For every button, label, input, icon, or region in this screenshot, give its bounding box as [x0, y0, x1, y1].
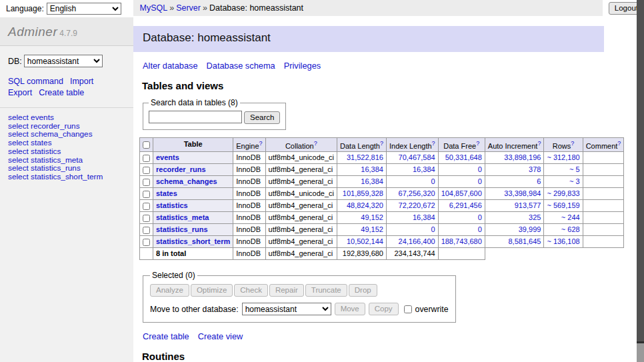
select-all-checkbox[interactable]	[143, 141, 150, 149]
row-checkbox[interactable]	[143, 167, 150, 174]
index-length-link[interactable]: 16,384	[413, 165, 435, 173]
truncate-button[interactable]: Truncate	[305, 284, 347, 297]
index-length-cell: 70,467,584	[386, 152, 438, 164]
row-checkbox[interactable]	[143, 215, 150, 222]
rows-link[interactable]: ~ 312,180	[547, 153, 579, 161]
auto-increment-cell: 325	[485, 212, 544, 224]
repair-button[interactable]: Repair	[269, 284, 304, 297]
export-link[interactable]: Export	[8, 88, 32, 97]
data-free-link[interactable]: 0	[478, 213, 482, 221]
auto-increment-link[interactable]: 33,398,984	[504, 189, 541, 197]
data-free-link[interactable]: 104,857,600	[441, 189, 482, 197]
row-checkbox[interactable]	[143, 227, 150, 234]
data-free-link[interactable]: 0	[478, 177, 482, 185]
auto-increment-link[interactable]: 378	[529, 165, 541, 173]
help-link[interactable]: ?	[571, 140, 574, 147]
table-name-link[interactable]: states	[156, 189, 177, 197]
data-length-link[interactable]: 10,502,144	[347, 237, 383, 245]
row-checkbox[interactable]	[143, 239, 150, 246]
create-table-link-main[interactable]: Create table	[143, 331, 189, 341]
privileges-link[interactable]: Privileges	[284, 61, 321, 71]
data-free-link[interactable]: 6,291,456	[449, 201, 482, 209]
data-length-link[interactable]: 49,152	[361, 225, 383, 233]
search-button[interactable]: Search	[244, 111, 280, 124]
table-name-link[interactable]: statistics_meta	[156, 213, 209, 221]
sidebar-item-statistics-short-term[interactable]: select statistics_short_term	[8, 173, 125, 181]
sidebar-item-statistics[interactable]: select statistics	[8, 147, 125, 156]
rows-link[interactable]: ~ 5	[569, 165, 580, 173]
help-link[interactable]: ?	[476, 140, 479, 147]
table-name-link[interactable]: statistics_short_term	[156, 237, 230, 245]
index-length-link[interactable]: 0	[431, 225, 435, 233]
index-length-link[interactable]: 0	[431, 177, 435, 185]
help-link[interactable]: ?	[259, 140, 263, 147]
copy-button[interactable]: Copy	[369, 303, 399, 315]
data-length-link[interactable]: 16,384	[361, 165, 383, 173]
analyze-button[interactable]: Analyze	[150, 284, 189, 297]
auto-increment-link[interactable]: 325	[529, 213, 541, 221]
help-link[interactable]: ?	[617, 140, 621, 147]
table-name-link[interactable]: recorder_runs	[156, 165, 206, 173]
language-select[interactable]: English	[47, 3, 121, 15]
scrollbar-thumb[interactable]	[637, 0, 644, 343]
data-free-link[interactable]: 188,743,680	[441, 237, 482, 245]
index-length-link[interactable]: 16,384	[413, 213, 435, 221]
rows-link[interactable]: ~ 3	[569, 177, 580, 185]
data-length-link[interactable]: 101,859,328	[343, 189, 383, 197]
create-view-link[interactable]: Create view	[198, 331, 243, 341]
index-length-link[interactable]: 70,467,584	[399, 153, 435, 161]
rows-link[interactable]: ~ 136,108	[547, 237, 579, 245]
move-db-select[interactable]: homeassistant	[242, 303, 331, 315]
check-button[interactable]: Check	[234, 284, 268, 297]
import-link[interactable]: Import	[70, 77, 93, 86]
data-length-link[interactable]: 31,522,816	[347, 153, 383, 161]
index-length-link[interactable]: 24,166,400	[399, 237, 435, 245]
rows-link[interactable]: ~ 244	[561, 213, 580, 221]
data-length-link[interactable]: 49,152	[361, 213, 383, 221]
data-free-link[interactable]: 0	[478, 225, 482, 233]
overwrite-checkbox[interactable]	[404, 305, 412, 313]
row-checkbox[interactable]	[143, 191, 150, 198]
scrollbar[interactable]	[637, 0, 644, 362]
auto-increment-link[interactable]: 33,898,196	[504, 153, 541, 161]
create-table-link[interactable]: Create table	[39, 88, 84, 97]
data-length-link[interactable]: 16,384	[361, 177, 383, 185]
index-length-link[interactable]: 67,256,320	[399, 189, 435, 197]
sidebar-item-events[interactable]: select events	[8, 113, 125, 122]
page-layout: Adminer4.7.9 DB:homeassistant SQL comman…	[0, 17, 644, 362]
auto-increment-link[interactable]: 8,581,645	[508, 237, 541, 245]
breadcrumb-mysql-link[interactable]: MySQL	[140, 3, 168, 13]
comment-cell	[583, 164, 624, 176]
database-schema-link[interactable]: Database schema	[207, 61, 275, 71]
data-free-link[interactable]: 0	[478, 165, 482, 173]
rows-link[interactable]: ~ 569,159	[547, 201, 579, 209]
table-name-link[interactable]: statistics_runs	[156, 225, 208, 233]
alter-database-link[interactable]: Alter database	[143, 61, 198, 71]
move-button[interactable]: Move	[335, 303, 365, 315]
data-free-link[interactable]: 50,331,648	[445, 153, 482, 161]
row-checkbox[interactable]	[143, 179, 150, 186]
index-length-link[interactable]: 72,220,672	[399, 201, 435, 209]
help-link[interactable]: ?	[314, 140, 317, 147]
help-link[interactable]: ?	[432, 140, 435, 147]
auto-increment-link[interactable]: 39,999	[519, 225, 541, 233]
table-name-link[interactable]: schema_changes	[156, 177, 217, 185]
auto-increment-link[interactable]: 6	[537, 177, 541, 185]
sidebar-item-states[interactable]: select states	[8, 139, 125, 147]
help-link[interactable]: ?	[537, 140, 541, 147]
row-checkbox[interactable]	[143, 155, 150, 162]
help-link[interactable]: ?	[380, 140, 383, 147]
auto-increment-link[interactable]: 913,577	[515, 201, 541, 209]
search-input[interactable]	[149, 111, 242, 123]
row-checkbox[interactable]	[143, 203, 150, 210]
table-name-link[interactable]: events	[156, 153, 179, 161]
rows-link[interactable]: ~ 299,833	[547, 189, 579, 197]
table-name-link[interactable]: statistics	[156, 201, 188, 209]
breadcrumb-server-link[interactable]: Server	[176, 3, 201, 13]
drop-button[interactable]: Drop	[349, 284, 377, 297]
rows-link[interactable]: ~ 628	[561, 225, 580, 233]
optimize-button[interactable]: Optimize	[191, 284, 233, 297]
db-select[interactable]: homeassistant	[24, 55, 103, 67]
data-length-link[interactable]: 48,824,320	[347, 201, 383, 209]
sql-command-link[interactable]: SQL command	[8, 77, 63, 86]
